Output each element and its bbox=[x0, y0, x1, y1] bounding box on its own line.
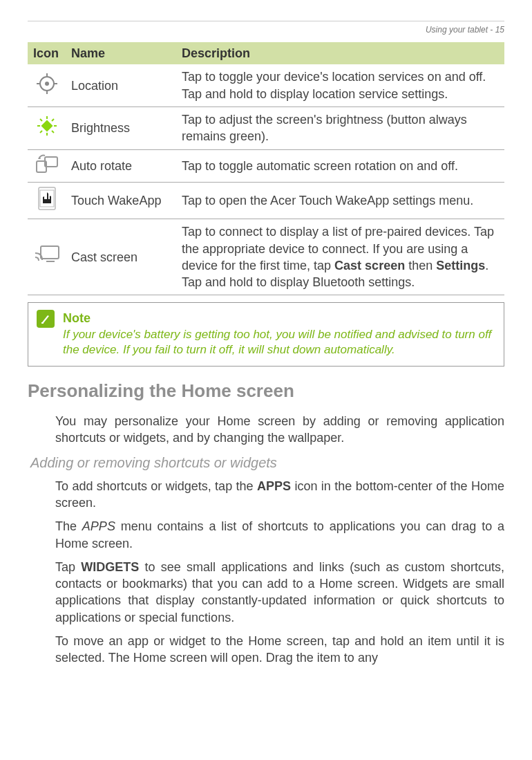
touch-wakeapp-icon bbox=[38, 187, 56, 214]
row-name: Cast screen bbox=[66, 219, 176, 295]
note-label: Note bbox=[63, 310, 495, 326]
table-row: Touch WakeApp Tap to open the Acer Touch… bbox=[28, 182, 504, 219]
body-paragraph: Tap WIDGETS to see small applications an… bbox=[55, 559, 504, 626]
note-icon bbox=[37, 310, 55, 328]
table-row: Cast screen Tap to connect to display a … bbox=[28, 219, 504, 295]
para-bold: WIDGETS bbox=[81, 560, 139, 574]
auto-rotate-icon bbox=[35, 154, 59, 178]
row-desc: Tap to toggle your device's location ser… bbox=[176, 64, 504, 106]
row-desc: Tap to toggle automatic screen rotation … bbox=[176, 149, 504, 182]
para-text: menu contains a list of shortcuts to app… bbox=[55, 519, 504, 550]
note-box: Note If your device's battery is getting… bbox=[28, 302, 504, 366]
para-text: Tap bbox=[55, 560, 81, 574]
desc-bold: Cast screen bbox=[334, 259, 405, 272]
body-paragraph: To add shortcuts or widgets, tap the APP… bbox=[55, 478, 504, 512]
row-name: Touch WakeApp bbox=[66, 182, 176, 219]
svg-line-12 bbox=[52, 131, 54, 133]
row-name: Location bbox=[66, 64, 176, 106]
table-row: Auto rotate Tap to toggle automatic scre… bbox=[28, 149, 504, 182]
svg-rect-22 bbox=[41, 322, 44, 324]
brightness-icon bbox=[37, 115, 57, 140]
row-desc: Tap to connect to display a list of pre-… bbox=[176, 219, 504, 295]
sub-heading: Adding or removing shortcuts or widgets bbox=[30, 454, 504, 472]
row-name: Auto rotate bbox=[66, 149, 176, 182]
para-italic: APPS bbox=[82, 519, 115, 533]
para-text: The bbox=[55, 519, 82, 533]
page-header: Using your tablet - 15 bbox=[28, 21, 504, 35]
header-desc: Description bbox=[176, 42, 504, 64]
body-paragraph: To move an app or widget to the Home scr… bbox=[55, 633, 504, 667]
icon-table: Icon Name Description Location bbox=[28, 42, 504, 295]
location-icon bbox=[37, 73, 57, 98]
section-heading: Personalizing the Home screen bbox=[28, 379, 504, 403]
note-text: If your device's battery is getting too … bbox=[63, 327, 495, 358]
svg-rect-6 bbox=[41, 120, 53, 132]
table-row: Location Tap to toggle your device's loc… bbox=[28, 64, 504, 106]
row-name: Brightness bbox=[66, 107, 176, 150]
body-paragraph: The APPS menu contains a list of shortcu… bbox=[55, 518, 504, 552]
row-desc: Tap to adjust the screen's brightness (b… bbox=[176, 107, 504, 150]
header-icon: Icon bbox=[28, 42, 66, 64]
svg-line-13 bbox=[40, 131, 42, 133]
body-paragraph: You may personalize your Home screen by … bbox=[55, 413, 504, 447]
desc-bold: Settings bbox=[436, 259, 485, 272]
svg-line-14 bbox=[52, 119, 54, 121]
svg-line-11 bbox=[40, 119, 42, 121]
row-desc: Tap to open the Acer Touch WakeApp setti… bbox=[176, 182, 504, 219]
cast-screen-icon bbox=[34, 245, 60, 270]
table-row: Brightness Tap to adjust the screen's br… bbox=[28, 107, 504, 150]
header-name: Name bbox=[66, 42, 176, 64]
desc-text: then bbox=[405, 259, 436, 272]
para-bold: APPS bbox=[257, 479, 291, 493]
svg-rect-20 bbox=[41, 246, 59, 259]
svg-point-1 bbox=[45, 82, 49, 86]
para-text: To add shortcuts or widgets, tap the bbox=[55, 479, 257, 493]
